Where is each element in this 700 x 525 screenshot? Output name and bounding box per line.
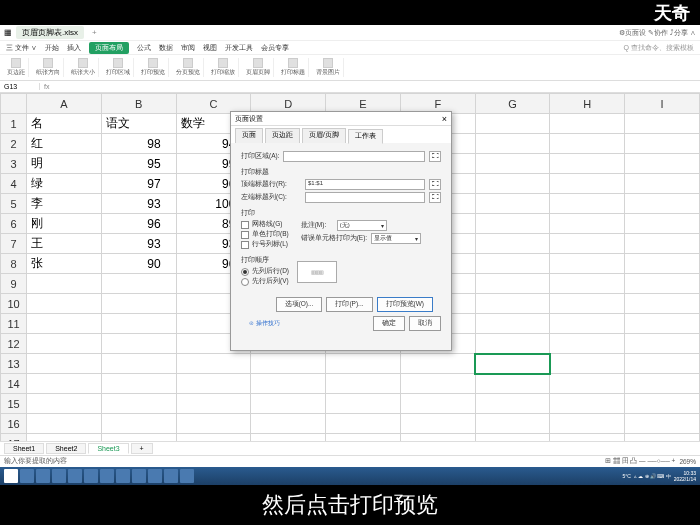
cell[interactable] [251, 434, 326, 442]
menu-4[interactable]: 公式 [137, 43, 151, 53]
cell[interactable]: 93 [101, 194, 176, 214]
dialog-tab[interactable]: 页面 [235, 128, 263, 143]
weather[interactable]: 5°C [622, 473, 630, 479]
cell[interactable]: 95 [101, 154, 176, 174]
row-header[interactable]: 7 [1, 234, 27, 254]
left-col-input[interactable] [305, 192, 425, 203]
app-icon[interactable] [100, 469, 114, 483]
menu-6[interactable]: 审阅 [181, 43, 195, 53]
start-icon[interactable] [4, 469, 18, 483]
document-tab[interactable]: 页眉页脚表.xlsx [16, 26, 84, 39]
cell[interactable] [550, 354, 625, 374]
cell[interactable] [475, 114, 550, 134]
cell[interactable]: 刚 [27, 214, 102, 234]
cell[interactable] [27, 374, 102, 394]
row-header[interactable]: 5 [1, 194, 27, 214]
cell[interactable] [27, 394, 102, 414]
headings-checkbox[interactable] [241, 241, 249, 249]
row-header[interactable]: 16 [1, 414, 27, 434]
cell[interactable] [475, 154, 550, 174]
cell[interactable] [400, 374, 475, 394]
cell[interactable] [27, 414, 102, 434]
row-header[interactable]: 4 [1, 174, 27, 194]
menu-3[interactable]: 页面布局 [89, 42, 129, 54]
cell[interactable] [625, 174, 700, 194]
row-header[interactable]: 2 [1, 134, 27, 154]
cell[interactable] [550, 174, 625, 194]
cell[interactable] [625, 354, 700, 374]
cell[interactable] [326, 374, 401, 394]
cell[interactable] [550, 294, 625, 314]
row-header[interactable]: 13 [1, 354, 27, 374]
row-header[interactable]: 15 [1, 394, 27, 414]
cell[interactable]: 明 [27, 154, 102, 174]
row-header[interactable]: 10 [1, 294, 27, 314]
col-header[interactable]: I [625, 94, 700, 114]
app-icon[interactable] [148, 469, 162, 483]
cell[interactable] [550, 234, 625, 254]
worksheet[interactable]: ABCDEFGHI 1名语文数学英语总分排名2红98943明95994绿9796… [0, 93, 700, 441]
cell[interactable] [27, 294, 102, 314]
cell[interactable] [27, 334, 102, 354]
cell[interactable] [625, 254, 700, 274]
cell[interactable] [550, 434, 625, 442]
cell[interactable] [550, 394, 625, 414]
ribbon-item[interactable]: 纸张大小 [68, 58, 99, 77]
menu-2[interactable]: 插入 [67, 43, 81, 53]
dialog-tab[interactable]: 页眉/页脚 [302, 128, 346, 143]
range-picker-icon[interactable]: ⛶ [429, 179, 441, 190]
cell[interactable] [27, 314, 102, 334]
cell[interactable] [550, 134, 625, 154]
cell[interactable] [326, 354, 401, 374]
app-icon[interactable] [164, 469, 178, 483]
dialog-tab[interactable]: 页边距 [265, 128, 300, 143]
cell[interactable] [101, 354, 176, 374]
cell[interactable] [475, 134, 550, 154]
app-icon[interactable] [132, 469, 146, 483]
cell[interactable] [101, 394, 176, 414]
options-button[interactable]: 选项(O)... [276, 297, 323, 312]
cell[interactable] [625, 154, 700, 174]
col-header[interactable]: G [475, 94, 550, 114]
cell[interactable] [475, 174, 550, 194]
cell[interactable] [625, 434, 700, 442]
cell[interactable] [475, 234, 550, 254]
row-header[interactable]: 14 [1, 374, 27, 394]
menu-9[interactable]: 会员专享 [261, 43, 289, 53]
cell[interactable] [475, 414, 550, 434]
cell[interactable] [101, 374, 176, 394]
cell[interactable] [251, 374, 326, 394]
cell[interactable] [475, 374, 550, 394]
cell[interactable] [475, 274, 550, 294]
cell[interactable] [101, 294, 176, 314]
cell[interactable] [176, 374, 251, 394]
zoom-level[interactable]: 269% [679, 458, 696, 465]
col-header[interactable]: H [550, 94, 625, 114]
cell[interactable] [176, 354, 251, 374]
cell[interactable]: 语文 [101, 114, 176, 134]
cell[interactable] [101, 274, 176, 294]
cell[interactable]: 绿 [27, 174, 102, 194]
row-header[interactable]: 6 [1, 214, 27, 234]
row-header[interactable]: 1 [1, 114, 27, 134]
explorer-icon[interactable] [52, 469, 66, 483]
cancel-button[interactable]: 取消 [409, 316, 441, 331]
print-preview-button[interactable]: 打印预览(W) [377, 297, 433, 312]
top-row-input[interactable]: $1:$1 [305, 179, 425, 190]
cell[interactable] [101, 314, 176, 334]
cell[interactable] [550, 114, 625, 134]
cell[interactable] [625, 234, 700, 254]
cell[interactable] [400, 414, 475, 434]
ok-button[interactable]: 确定 [373, 316, 405, 331]
menu-0[interactable]: 三 文件 ∨ [6, 43, 37, 53]
over-down-radio[interactable] [241, 278, 249, 286]
sheet-tab[interactable]: + [131, 443, 153, 454]
cell[interactable] [400, 394, 475, 414]
cell[interactable]: 张 [27, 254, 102, 274]
cell[interactable] [27, 354, 102, 374]
tray-icons[interactable]: ▵ ☁ ⊕ 🔊 ⌨ 中 [634, 473, 671, 479]
comments-combo[interactable]: (无) [337, 220, 387, 231]
cell[interactable] [176, 394, 251, 414]
cell[interactable] [27, 434, 102, 442]
ribbon-item[interactable]: 纸张方向 [33, 58, 64, 77]
